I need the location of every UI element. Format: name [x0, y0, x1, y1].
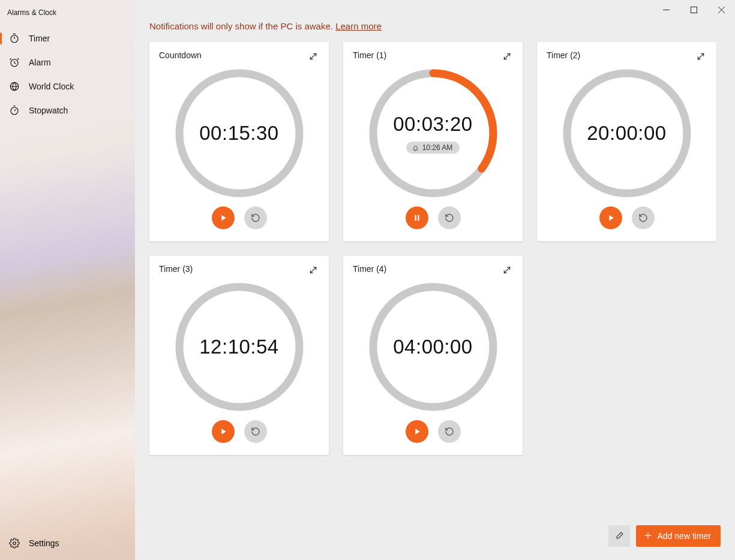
reset-button[interactable]	[244, 420, 267, 443]
svg-line-27	[504, 267, 509, 272]
timer-tile[interactable]: Countdown00:15:30	[149, 42, 329, 241]
timer-time: 04:00:00	[393, 336, 472, 358]
timer-controls	[353, 420, 513, 445]
timer-grid: Countdown00:15:30Timer (1)00:03:2010:26 …	[135, 37, 735, 560]
svg-point-8	[13, 542, 16, 545]
timer-time: 00:03:20	[393, 113, 472, 136]
timer-ring: 04:00:00	[353, 274, 513, 420]
timer-finish-time-label: 10:26 AM	[422, 143, 453, 152]
timer-ring: 12:10:54	[159, 274, 319, 420]
timer-controls	[159, 420, 319, 445]
app-title: Alarms & Clock	[0, 0, 135, 22]
sidebar: Alarms & Clock TimerAlarmWorld ClockStop…	[0, 0, 135, 560]
svg-rect-19	[415, 215, 416, 220]
timer-controls	[353, 206, 513, 232]
timer-ring: 00:03:2010:26 AM	[353, 60, 513, 206]
svg-line-24	[310, 267, 316, 272]
nav-item-timer[interactable]: Timer	[0, 26, 135, 50]
svg-line-6	[14, 110, 16, 111]
notification-text: Notifications will only show if the PC i…	[149, 21, 335, 31]
notification-bar: Notifications will only show if the PC i…	[135, 0, 735, 37]
nav-list: TimerAlarmWorld ClockStopwatch	[0, 22, 135, 526]
timer-title: Countdown	[159, 50, 319, 60]
play-button[interactable]	[212, 420, 235, 443]
add-new-timer-button[interactable]: Add new timer	[636, 525, 721, 547]
reset-button[interactable]	[438, 206, 461, 229]
timer-ring: 20:00:00	[547, 60, 707, 206]
timer-controls	[159, 206, 319, 232]
window-maximize-button[interactable]	[680, 0, 707, 19]
nav-label: Settings	[29, 538, 59, 548]
nav-label: Timer	[29, 34, 50, 43]
play-button[interactable]	[599, 206, 622, 229]
play-button[interactable]	[212, 206, 235, 229]
window-controls	[652, 0, 735, 19]
reset-button[interactable]	[438, 420, 461, 443]
bottom-toolbar: Add new timer	[608, 525, 721, 547]
pause-button[interactable]	[406, 206, 428, 229]
notification-link[interactable]: Learn more	[335, 21, 382, 31]
bell-icon	[412, 145, 419, 151]
svg-rect-20	[418, 215, 419, 220]
timer-title: Timer (3)	[159, 264, 319, 274]
main-content: Notifications will only show if the PC i…	[135, 0, 735, 560]
nav-label: World Clock	[29, 82, 74, 91]
window-minimize-button[interactable]	[652, 0, 680, 19]
timer-icon	[8, 32, 20, 44]
add-new-timer-label: Add new timer	[658, 531, 711, 541]
window-close-button[interactable]	[707, 0, 735, 19]
svg-marker-23	[609, 215, 613, 220]
svg-line-16	[504, 53, 509, 59]
timer-time: 00:15:30	[199, 122, 278, 145]
timer-time: 12:10:54	[199, 336, 278, 358]
timer-title: Timer (1)	[353, 50, 513, 60]
nav-item-alarm[interactable]: Alarm	[0, 50, 135, 74]
nav-item-stopwatch[interactable]: Stopwatch	[0, 98, 135, 122]
settings-icon	[8, 537, 20, 549]
timer-title: Timer (2)	[547, 50, 707, 60]
svg-marker-29	[415, 429, 419, 434]
stopwatch-icon	[8, 104, 20, 116]
reset-button[interactable]	[244, 206, 267, 229]
timer-title: Timer (4)	[353, 264, 513, 274]
timer-controls	[547, 206, 707, 232]
nav-item-world-clock[interactable]: World Clock	[0, 74, 135, 98]
timer-finish-time: 10:26 AM	[406, 142, 460, 154]
timer-ring: 00:15:30	[159, 60, 319, 206]
timer-tile[interactable]: Timer (4)04:00:00	[343, 256, 523, 455]
plus-icon	[643, 531, 653, 542]
timer-tile[interactable]: Timer (3)12:10:54	[149, 256, 329, 455]
timer-tile[interactable]: Timer (2)20:00:00	[537, 42, 716, 241]
play-button[interactable]	[406, 420, 428, 443]
alarm-icon	[8, 56, 20, 68]
reset-button[interactable]	[632, 206, 655, 229]
nav-label: Alarm	[29, 58, 51, 67]
timer-tile[interactable]: Timer (1)00:03:2010:26 AM	[343, 42, 523, 241]
svg-marker-15	[221, 215, 226, 220]
svg-line-21	[698, 53, 703, 59]
nav-item-settings[interactable]: Settings	[0, 526, 135, 560]
world-clock-icon	[8, 80, 20, 92]
timer-time: 20:00:00	[587, 122, 666, 145]
nav-label: Stopwatch	[29, 106, 68, 115]
svg-line-13	[310, 53, 316, 59]
svg-marker-26	[221, 429, 226, 434]
edit-timers-button[interactable]	[608, 525, 630, 547]
svg-rect-10	[691, 7, 697, 13]
